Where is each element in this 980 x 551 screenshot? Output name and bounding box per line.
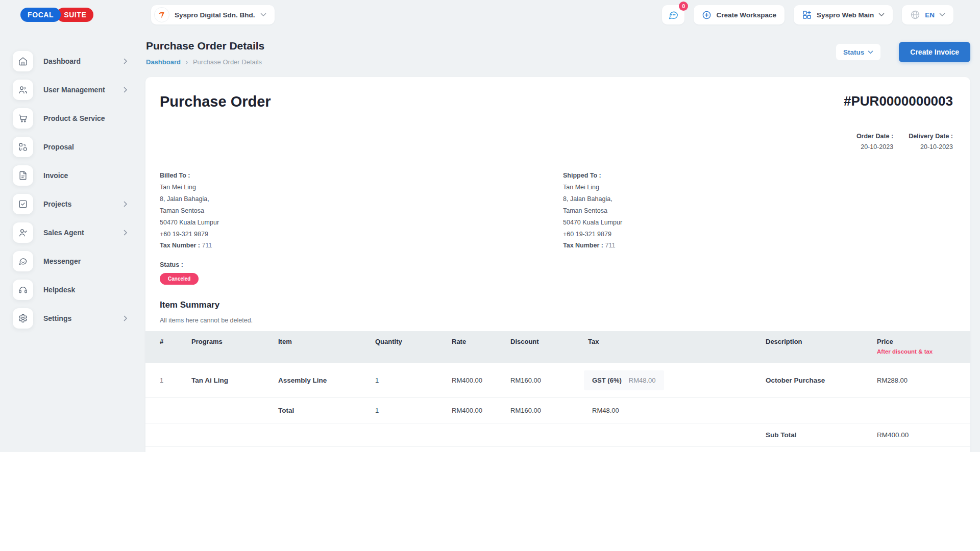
- table-header-row: # Programs Item Quantity Rate Discount T…: [145, 331, 970, 363]
- shipped-to-line: Taman Sentosa: [563, 207, 622, 214]
- create-invoice-button[interactable]: Create Invoice: [899, 42, 970, 62]
- tax-amount: RM48.00: [629, 377, 656, 384]
- page-header: Purchase Order Details Dashboard › Purch…: [145, 40, 970, 66]
- po-status-block: Status : Canceled: [145, 261, 970, 285]
- cell-tax: GST (6%) RM48.00: [588, 370, 766, 390]
- table-total-row: Total 1 RM400.00 RM160.00 RM48.00: [145, 398, 970, 423]
- sidebar-item-invoice[interactable]: Invoice: [0, 161, 128, 190]
- billed-to-line: 50470 Kuala Lumpur: [160, 219, 563, 226]
- shipped-to-tax: Tax Number : 711: [563, 242, 622, 249]
- shipped-to-block: Shipped To : Tan Mei Ling 8, Jalan Bahag…: [563, 172, 622, 249]
- messenger-chat-icon: [13, 251, 33, 271]
- sidebar-item-label: User Management: [43, 86, 105, 94]
- discount-row: Discount RM160.00: [145, 447, 970, 452]
- chevron-down-icon: [878, 13, 885, 17]
- headset-icon: [13, 280, 33, 300]
- billed-to-tax: Tax Number : 711: [160, 242, 563, 249]
- plus-circle-icon: [702, 10, 712, 20]
- sidebar-item-label: Proposal: [43, 143, 74, 151]
- logo-focal: FOCAL: [20, 8, 61, 22]
- chevron-down-icon: [260, 13, 266, 17]
- check-square-icon: [13, 194, 33, 214]
- col-programs: Programs: [191, 338, 278, 345]
- cell-quantity: 1: [375, 377, 452, 384]
- app-logo: FOCAL SUITE: [20, 8, 151, 22]
- topbar-right: 0 Create Workspace Syspro Web Main: [662, 5, 953, 24]
- sidebar-item-product-service[interactable]: Product & Service: [0, 104, 128, 133]
- col-description: Description: [766, 338, 877, 345]
- sidebar-item-proposal[interactable]: Proposal: [0, 133, 128, 161]
- billed-to-phone: +60 19-321 9879: [160, 231, 563, 238]
- shipped-to-tax-label: Tax Number :: [563, 242, 603, 249]
- delivery-date: Delivery Date : 20-10-2023: [909, 133, 953, 151]
- status-dropdown-label: Status: [843, 48, 864, 56]
- sidebar-item-label: Settings: [43, 314, 71, 322]
- breadcrumb: Dashboard › Purchase Order Details: [146, 58, 264, 66]
- sidebar-item-label: Projects: [43, 200, 71, 208]
- chat-icon: [668, 9, 679, 20]
- chat-badge: 0: [679, 2, 688, 11]
- col-num: #: [160, 338, 191, 345]
- invoice-file-icon: [13, 165, 33, 186]
- table-row: 1 Tan Ai Ling Assembly Line 1 RM400.00 R…: [145, 363, 970, 398]
- shipped-to-line: 50470 Kuala Lumpur: [563, 219, 622, 226]
- cell-item: Assembly Line: [278, 377, 375, 384]
- company-logo-icon: [154, 7, 169, 22]
- sidebar-item-label: Dashboard: [43, 57, 81, 65]
- subtotal-label: Sub Total: [766, 431, 877, 439]
- home-icon: [13, 51, 33, 71]
- globe-icon: [910, 10, 920, 20]
- workspace-label: Syspro Web Main: [817, 11, 874, 19]
- language-selector[interactable]: EN: [902, 5, 953, 24]
- sidebar-item-projects[interactable]: Projects: [0, 190, 128, 218]
- cell-program: Tan Ai Ling: [191, 377, 278, 384]
- sidebar-item-user-management[interactable]: User Management: [0, 76, 128, 104]
- shipped-to-line: 8, Jalan Bahagia,: [563, 195, 622, 203]
- sidebar-item-messenger[interactable]: Messenger: [0, 247, 128, 276]
- breadcrumb-dashboard-link[interactable]: Dashboard: [146, 58, 181, 66]
- sidebar-item-label: Sales Agent: [43, 229, 84, 237]
- header-actions: Status Create Invoice: [836, 40, 970, 62]
- col-item: Item: [278, 338, 375, 345]
- billed-to-tax-value: 711: [202, 242, 212, 249]
- shipped-to-phone: +60 19-321 9879: [563, 231, 622, 238]
- po-title: Purchase Order: [160, 93, 271, 110]
- workspace-grid-icon: [802, 10, 812, 20]
- col-rate: Rate: [452, 338, 510, 345]
- order-date: Order Date : 20-10-2023: [856, 133, 893, 151]
- sidebar-item-dashboard[interactable]: Dashboard: [0, 47, 128, 76]
- logo-suite: SUITE: [57, 8, 93, 22]
- items-table: # Programs Item Quantity Rate Discount T…: [145, 331, 970, 452]
- total-tax: RM48.00: [588, 407, 766, 414]
- col-tax: Tax: [588, 338, 766, 345]
- breadcrumb-current: Purchase Order Details: [193, 58, 262, 66]
- total-discount: RM160.00: [510, 407, 588, 414]
- shipped-to-name: Tan Mei Ling: [563, 184, 622, 191]
- billed-to-block: Billed To : Tan Mei Ling 8, Jalan Bahagi…: [160, 172, 563, 249]
- item-summary-title: Item Summary: [160, 300, 956, 310]
- gear-icon: [13, 308, 33, 329]
- company-selector[interactable]: Syspro Digital Sdn. Bhd.: [151, 5, 275, 24]
- sidebar-item-sales-agent[interactable]: Sales Agent: [0, 218, 128, 247]
- sidebar-item-settings[interactable]: Settings: [0, 304, 128, 333]
- po-status-label: Status :: [160, 261, 956, 268]
- col-price-note: After discount & tax: [877, 348, 956, 355]
- language-label: EN: [925, 11, 935, 19]
- po-number: #PUR0000000003: [844, 93, 953, 109]
- create-workspace-button[interactable]: Create Workspace: [694, 5, 785, 24]
- billed-to-line: Taman Sentosa: [160, 207, 563, 214]
- order-date-label: Order Date :: [856, 133, 893, 140]
- shipped-to-tax-value: 711: [605, 242, 615, 249]
- billed-to-tax-label: Tax Number :: [160, 242, 200, 249]
- proposal-icon: [13, 137, 33, 157]
- sidebar-item-helpdesk[interactable]: Helpdesk: [0, 276, 128, 304]
- status-dropdown-button[interactable]: Status: [836, 44, 880, 60]
- tax-box: GST (6%) RM48.00: [584, 370, 664, 390]
- tax-name: GST (6%): [592, 377, 622, 384]
- status-badge: Canceled: [160, 273, 199, 285]
- shipped-to-label: Shipped To :: [563, 172, 622, 179]
- col-price-label: Price: [877, 338, 956, 345]
- workspace-selector[interactable]: Syspro Web Main: [794, 5, 893, 24]
- messages-button[interactable]: 0: [662, 5, 684, 24]
- chevron-right-icon: [124, 315, 128, 321]
